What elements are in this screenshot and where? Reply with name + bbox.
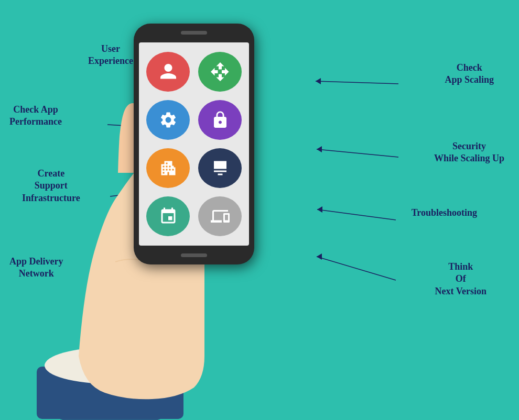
- svg-marker-18: [317, 253, 322, 260]
- svg-point-0: [37, 369, 183, 420]
- phone-body: [134, 24, 254, 264]
- label-user-experience: UserExperience: [88, 43, 133, 68]
- label-app-delivery-network: App DeliveryNetwork: [9, 256, 63, 280]
- label-check-app-performance: Check AppPerformance: [9, 104, 62, 128]
- app-icon-lock: [198, 100, 242, 140]
- app-icon-version: [198, 196, 242, 236]
- svg-line-13: [317, 209, 396, 220]
- app-icon-monitor: [198, 148, 242, 188]
- phone-speaker-bottom: [181, 253, 207, 257]
- app-icon-scale: [198, 52, 242, 92]
- svg-marker-10: [317, 146, 322, 152]
- label-create-support-infra: CreateSupportInfrastructure: [22, 168, 80, 204]
- phone-speaker-top: [181, 31, 207, 35]
- svg-line-9: [317, 149, 398, 157]
- app-icon-building: [146, 148, 190, 188]
- label-security-while-scaling: SecurityWhile Scaling Up: [434, 140, 504, 165]
- app-icon-gear: [146, 100, 190, 140]
- svg-marker-14: [317, 206, 322, 213]
- svg-point-2: [45, 347, 176, 384]
- app-icon-network: [146, 196, 190, 236]
- phone-screen: [139, 42, 249, 246]
- svg-line-5: [316, 81, 398, 84]
- svg-marker-6: [316, 78, 321, 84]
- label-check-app-scaling: CheckApp Scaling: [445, 62, 494, 86]
- app-icon-user: [146, 52, 190, 92]
- label-troubleshooting: Troubleshooting: [412, 207, 477, 219]
- svg-line-17: [317, 257, 396, 280]
- label-think-of-next-version: ThinkOfNext Version: [435, 261, 487, 297]
- svg-rect-1: [37, 367, 183, 419]
